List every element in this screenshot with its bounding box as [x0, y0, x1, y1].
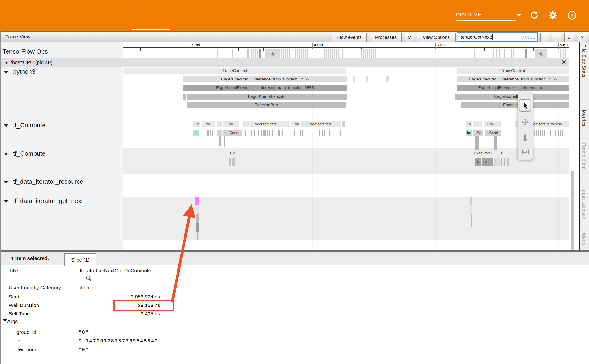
sidebar-tab-file-size-stats[interactable]: File Size Stats	[581, 44, 587, 77]
trace-event-tick[interactable]	[336, 49, 337, 58]
vertical-scrollbar-thumb[interactable]	[571, 171, 574, 250]
trace-event-tick[interactable]	[324, 130, 325, 136]
trace-event-bar[interactable]: v...	[482, 158, 493, 166]
trace-event-tick[interactable]	[371, 49, 372, 58]
trace-event-tick[interactable]	[563, 49, 564, 58]
trace-event-bar[interactable]: v	[475, 158, 481, 166]
sidebar-tab-alerts[interactable]: Alerts	[581, 233, 587, 246]
search-help-button[interactable]: ?	[578, 33, 587, 42]
trace-event-bar[interactable]	[386, 76, 389, 82]
trace-event-tick[interactable]	[299, 49, 300, 58]
trace-event-tick[interactable]	[493, 49, 494, 58]
trace-event-tick[interactable]	[247, 49, 249, 58]
trace-event-bar[interactable]: E	[500, 150, 505, 156]
trace-event-tick[interactable]	[217, 49, 218, 58]
trace-event-tick[interactable]	[286, 130, 286, 136]
trace-event-bar[interactable]	[207, 130, 209, 136]
close-icon[interactable]: ✕	[561, 59, 566, 66]
trace-event-bar[interactable]: Ex	[229, 150, 236, 156]
trace-event-tick[interactable]	[342, 49, 343, 58]
trace-event-bar[interactable]	[471, 227, 471, 239]
trace-event-bar[interactable]	[219, 136, 221, 146]
trace-event-tick[interactable]	[506, 49, 506, 58]
trace-event-bar[interactable]	[470, 197, 472, 205]
trace-event-tick[interactable]	[236, 49, 236, 58]
trace-event-tick[interactable]	[307, 49, 308, 58]
process-header-row[interactable]	[0, 58, 569, 67]
trace-event-bar[interactable]	[196, 214, 199, 223]
trace-event-tick[interactable]	[361, 49, 362, 58]
help-icon[interactable]: ?	[567, 10, 577, 20]
trace-event-tick[interactable]	[211, 49, 211, 58]
pan-tool-button[interactable]	[518, 114, 533, 130]
trace-event-tick[interactable]	[302, 130, 303, 136]
collapse-triangle-icon[interactable]	[4, 200, 8, 205]
track-label-python3[interactable]: python3	[13, 68, 36, 75]
trace-event-bar[interactable]: TraceContext	[124, 68, 346, 74]
collapse-triangle-icon[interactable]	[4, 71, 8, 76]
trace-event-bar[interactable]	[199, 176, 199, 186]
trace-event-bar[interactable]: It	[193, 130, 199, 136]
trace-event-tick[interactable]	[251, 130, 252, 136]
trace-event-tick[interactable]	[340, 130, 341, 136]
trace-event-tick[interactable]	[297, 49, 298, 58]
trace-event-bar[interactable]	[366, 76, 368, 82]
trace-event-tick[interactable]	[555, 130, 556, 136]
trace-event-tick[interactable]	[517, 49, 517, 58]
view-options-button[interactable]: View Options	[417, 33, 456, 42]
next-result-button[interactable]: →	[552, 33, 561, 42]
trace-event-tick[interactable]	[310, 130, 310, 136]
trace-event-tick[interactable]	[550, 130, 551, 136]
collapse-triangle-icon[interactable]	[5, 62, 8, 66]
trace-event-tick[interactable]	[222, 49, 222, 58]
trace-event-tick[interactable]	[540, 130, 541, 136]
args-section-toggle[interactable]: Args	[3, 319, 18, 324]
trace-event-tick[interactable]	[261, 130, 262, 136]
trace-event-tick[interactable]	[267, 130, 268, 136]
trace-event-tick[interactable]	[544, 130, 545, 136]
trace-event-tick[interactable]	[317, 130, 317, 136]
trace-event-tick[interactable]	[317, 49, 317, 58]
trace-event-tick[interactable]	[282, 130, 283, 136]
trace-event-tick[interactable]	[264, 49, 264, 58]
trace-event-tick[interactable]	[358, 49, 358, 58]
trace-event-tick[interactable]	[322, 130, 323, 136]
trace-event-tick[interactable]	[250, 130, 250, 136]
trace-event-tick[interactable]	[251, 49, 252, 58]
trace-event-tick[interactable]	[538, 130, 539, 136]
trace-event-tick[interactable]	[257, 49, 258, 58]
trace-event-bar[interactable]	[455, 94, 457, 100]
trace-event-bar[interactable]: ExecutorState...	[243, 121, 290, 127]
trace-event-tick[interactable]	[375, 49, 376, 58]
trace-event-tick[interactable]	[245, 130, 246, 136]
trace-event-tick[interactable]	[519, 49, 519, 58]
trace-event-tick[interactable]	[295, 49, 296, 58]
trace-event-tick[interactable]	[293, 130, 293, 136]
trace-event-bar[interactable]	[224, 136, 225, 147]
trace-event-tick[interactable]	[496, 49, 497, 58]
trace-event-bar[interactable]	[353, 76, 355, 82]
trace-event-tick[interactable]	[504, 49, 505, 58]
trace-event-tick[interactable]	[552, 49, 552, 58]
trace-event-tick[interactable]	[338, 130, 338, 136]
trace-event-bar[interactable]: EagerKernelExecute	[187, 94, 347, 100]
trace-event-bar[interactable]: Ex	[193, 121, 200, 127]
sidebar-tab-input-latency[interactable]: Input Latency	[581, 189, 587, 219]
processes-button[interactable]: Processes	[370, 33, 402, 42]
trace-event-bar[interactable]: Exe	[291, 121, 300, 127]
trace-event-tick[interactable]	[534, 130, 535, 136]
palette-drag-handle[interactable]	[519, 93, 531, 96]
collapse-triangle-icon[interactable]	[4, 124, 8, 129]
trace-event-bar[interactable]	[503, 158, 503, 166]
trace-event-bar[interactable]	[471, 214, 472, 227]
prev-result-button[interactable]: ←	[540, 33, 549, 42]
trace-event-bar[interactable]: Sp	[265, 49, 280, 58]
trace-event-bar[interactable]: Sp	[535, 49, 547, 58]
trace-event-tick[interactable]	[515, 49, 515, 58]
trace-event-bar[interactable]	[470, 205, 472, 214]
collapse-triangle-icon[interactable]	[4, 153, 8, 158]
trace-event-tick[interactable]	[250, 49, 250, 58]
magnifier-icon[interactable]	[85, 275, 92, 283]
refresh-icon[interactable]	[529, 10, 539, 20]
tab-slice[interactable]: Slice (1)	[64, 253, 96, 266]
